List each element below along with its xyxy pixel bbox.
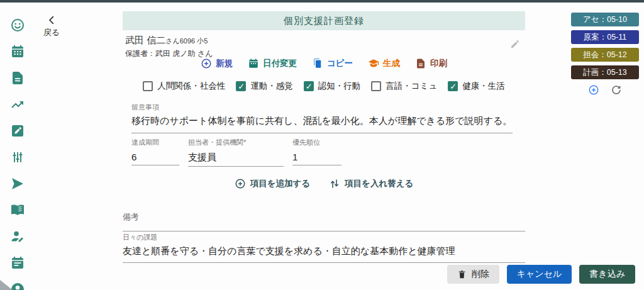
circle-plus-icon bbox=[235, 178, 246, 189]
checkbox-label: 健康・生活 bbox=[462, 81, 505, 92]
reorder-items-button[interactable]: 項目を入れ替える bbox=[329, 178, 413, 189]
checkbox-gengo-komyu[interactable]: 言語・コミュ bbox=[371, 81, 437, 92]
send-icon[interactable] bbox=[10, 176, 25, 191]
write-button[interactable]: 書き込み bbox=[579, 265, 635, 284]
calendar-icon bbox=[248, 58, 259, 69]
new-button[interactable]: 新規 bbox=[201, 58, 233, 69]
checkbox-kenkou-seikatsu[interactable]: 健康・生活 bbox=[448, 81, 505, 92]
remarks-input[interactable] bbox=[123, 231, 525, 231]
trending-up-icon[interactable] bbox=[10, 97, 25, 112]
notes-input[interactable]: 移行時のサポート体制を事前に共有し、混乱を最小化。本人が理解できる形で説明する。 bbox=[131, 115, 513, 127]
checkbox-label: 人間関係・社会性 bbox=[157, 81, 225, 92]
checkbox-icon[interactable] bbox=[371, 81, 381, 91]
person-edit-icon[interactable] bbox=[10, 229, 25, 244]
date-change-button[interactable]: 日付変更 bbox=[248, 58, 297, 69]
priority-field: 優先順位 1 bbox=[292, 138, 341, 167]
copy-button[interactable]: コピー bbox=[312, 58, 353, 69]
tab-stack-actions bbox=[571, 84, 639, 96]
main-form: 個別支援計画登録 武田 信二さん6096 小5 保護者：武田 虎ノ助 さん 新規… bbox=[123, 11, 525, 276]
patient-name-suffix: さん6096 小5 bbox=[165, 37, 208, 45]
category-checkbox-row: 人間関係・社会性 運動・感覚 認知・行動 言語・コミュ 健康・生活 bbox=[123, 81, 525, 92]
checkbox-icon[interactable] bbox=[143, 81, 153, 91]
chevron-left-icon bbox=[47, 15, 57, 25]
checkbox-undou-kankaku[interactable]: 運動・感覚 bbox=[236, 81, 293, 92]
tab-assessment-05-10[interactable]: アセ：05-10 bbox=[571, 13, 639, 26]
document-icon[interactable] bbox=[10, 70, 25, 86]
priority-input[interactable]: 1 bbox=[292, 152, 341, 165]
tab-meeting-05-12[interactable]: 担会：05-12 bbox=[571, 48, 639, 62]
back-button[interactable]: 戻る bbox=[39, 15, 64, 38]
event-note-icon[interactable] bbox=[10, 255, 25, 270]
add-item-label: 項目を追加する bbox=[250, 178, 310, 189]
patient-name: 武田 信二 bbox=[125, 35, 165, 45]
tab-draft-05-11[interactable]: 原案：05-11 bbox=[571, 30, 639, 44]
circle-plus-icon bbox=[201, 58, 212, 69]
checkbox-label: 認知・行動 bbox=[318, 81, 361, 92]
staff-label: 担当者・提供機関* bbox=[188, 138, 284, 147]
page-title: 個別支援計画登録 bbox=[123, 11, 525, 30]
staff-field: 担当者・提供機関* 支援員 bbox=[188, 138, 284, 167]
book-icon[interactable] bbox=[10, 203, 25, 218]
mood-icon[interactable] bbox=[10, 18, 25, 33]
tune-icon[interactable] bbox=[10, 150, 25, 165]
notes-label: 留意事項 bbox=[131, 103, 513, 112]
daily-tasks-label: 日々の課題 bbox=[123, 233, 525, 242]
generate-label: 生成 bbox=[383, 58, 400, 69]
daily-tasks-input[interactable]: 友達と順番を守る・自分の言葉で支援を求める・自立的な基本動作と健康管理 bbox=[123, 245, 525, 257]
top-border-bar bbox=[0, 0, 644, 3]
document-tab-stack: アセ：05-10 原案：05-11 担会：05-12 計画：05-13 bbox=[571, 13, 639, 96]
staff-input[interactable]: 支援員 bbox=[188, 152, 284, 166]
checkbox-icon[interactable] bbox=[448, 81, 458, 91]
date-change-label: 日付変更 bbox=[263, 58, 297, 69]
remarks-label: 備考 bbox=[123, 211, 525, 223]
remarks-field: 備考 bbox=[123, 211, 525, 231]
checkbox-ninchi-koudou[interactable]: 認知・行動 bbox=[304, 81, 361, 92]
checkbox-label: 運動・感覚 bbox=[250, 81, 293, 92]
school-icon bbox=[368, 58, 379, 69]
tab-plan-05-13[interactable]: 計画：05-13 bbox=[571, 65, 639, 79]
checkbox-ningen-kankei[interactable]: 人間関係・社会性 bbox=[143, 81, 225, 92]
calendar-icon[interactable] bbox=[10, 44, 25, 59]
patient-info: 武田 信二さん6096 小5 保護者：武田 虎ノ助 さん bbox=[125, 35, 213, 59]
back-label: 戻る bbox=[39, 27, 64, 38]
checkbox-icon[interactable] bbox=[236, 81, 246, 91]
copy-label: コピー bbox=[327, 58, 353, 69]
add-item-button[interactable]: 項目を追加する bbox=[235, 178, 310, 189]
checkbox-icon[interactable] bbox=[304, 81, 314, 91]
item-action-row: 項目を追加する 項目を入れ替える bbox=[123, 178, 525, 189]
edit-square-icon[interactable] bbox=[10, 123, 25, 138]
cancel-button[interactable]: キャンセル bbox=[507, 265, 572, 284]
reorder-items-label: 項目を入れ替える bbox=[345, 178, 413, 189]
delete-label: 削除 bbox=[472, 269, 489, 280]
new-label: 新規 bbox=[216, 58, 233, 69]
copy-icon bbox=[312, 58, 323, 69]
daily-tasks-field: 日々の課題 友達と順番を守る・自分の言葉で支援を求める・自立的な基本動作と健康管… bbox=[123, 233, 525, 263]
edit-pencil-icon[interactable] bbox=[510, 39, 520, 49]
trash-icon bbox=[457, 270, 467, 279]
checkbox-label: 言語・コミュ bbox=[386, 81, 437, 92]
corner-fold bbox=[0, 280, 13, 290]
generate-button[interactable]: 生成 bbox=[368, 58, 400, 69]
print-button[interactable]: 印刷 bbox=[415, 58, 447, 69]
sidebar bbox=[0, 3, 35, 290]
print-doc-icon bbox=[415, 58, 426, 69]
detail-field-row: 達成期間 6 担当者・提供機関* 支援員 優先順位 1 bbox=[131, 138, 341, 167]
priority-label: 優先順位 bbox=[292, 138, 341, 147]
period-input[interactable]: 6 bbox=[131, 152, 179, 165]
swap-vert-icon bbox=[329, 178, 340, 189]
print-label: 印刷 bbox=[430, 58, 447, 69]
toolbar: 新規 日付変更 コピー 生成 印刷 bbox=[123, 58, 525, 69]
delete-button[interactable]: 削除 bbox=[447, 265, 499, 284]
period-field: 達成期間 6 bbox=[131, 138, 179, 167]
refresh-icon[interactable] bbox=[611, 84, 622, 96]
period-label: 達成期間 bbox=[131, 138, 179, 147]
add-tab-icon[interactable] bbox=[588, 84, 599, 96]
notes-field: 留意事項 移行時のサポート体制を事前に共有し、混乱を最小化。本人が理解できる形で… bbox=[131, 103, 513, 133]
footer-actions: 削除 キャンセル 書き込み bbox=[447, 265, 635, 284]
